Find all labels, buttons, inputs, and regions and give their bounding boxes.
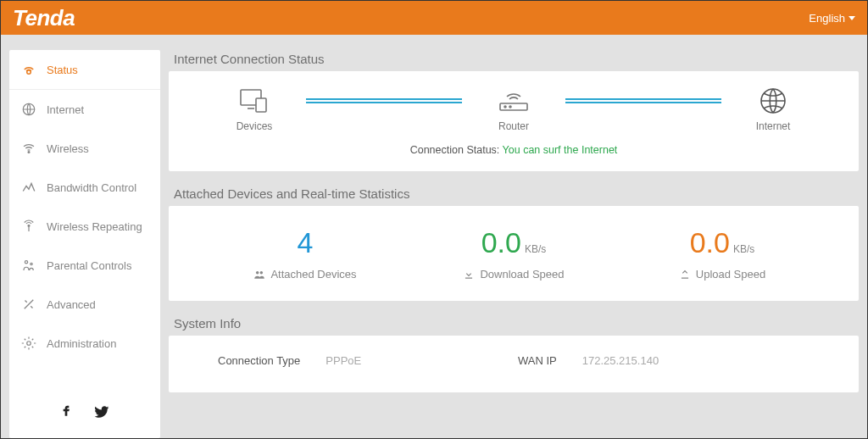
language-label: English — [809, 12, 845, 25]
stat-value: 0.0 — [481, 226, 521, 258]
svg-point-6 — [27, 342, 31, 346]
social-links — [9, 390, 160, 438]
svg-point-5 — [31, 263, 32, 264]
sidebar-item-repeating[interactable]: Wireless Repeating — [9, 207, 160, 246]
chart-line-icon — [21, 180, 36, 195]
users-icon — [253, 269, 265, 281]
sidebar: Status Internet Wireless Bandwidth Contr… — [9, 50, 160, 438]
sidebar-item-label: Parental Controls — [47, 259, 131, 272]
svg-point-11 — [509, 106, 511, 108]
panel-connection-status: Devices Router Internet C — [169, 71, 859, 171]
svg-point-13 — [256, 270, 259, 274]
status-icon — [21, 62, 36, 77]
stat-unit: KB/s — [525, 243, 546, 255]
section-title-connection: Internet Connection Status — [174, 50, 859, 66]
sysinfo-label: Connection Type — [218, 354, 300, 367]
svg-point-10 — [504, 106, 506, 108]
connection-line — [306, 98, 462, 103]
sysinfo-label: WAN IP — [518, 354, 557, 367]
node-router: Router — [467, 86, 560, 132]
tools-icon — [21, 297, 36, 312]
internet-icon — [726, 86, 820, 115]
download-icon — [463, 269, 475, 281]
node-label: Devices — [236, 120, 273, 132]
stat-label: Download Speed — [480, 268, 564, 281]
stat-unit: KB/s — [733, 243, 754, 255]
section-title-stats: Attached Devices and Real-time Statistic… — [174, 185, 859, 201]
sidebar-item-label: Wireless Repeating — [47, 220, 142, 233]
sidebar-item-label: Advanced — [47, 298, 96, 311]
content: Internet Connection Status Devices Route… — [169, 50, 859, 438]
panel-sysinfo: Connection Type PPPoE WAN IP 172.25.215.… — [169, 336, 859, 392]
node-label: Router — [498, 120, 529, 132]
stat-download-speed: 0.0KB/s Download Speed — [429, 226, 598, 281]
stat-upload-speed: 0.0KB/s Upload Speed — [637, 226, 807, 281]
brand-logo: Tenda — [13, 5, 75, 31]
sidebar-item-advanced[interactable]: Advanced — [9, 285, 160, 324]
svg-point-4 — [25, 261, 27, 264]
sidebar-item-administration[interactable]: Administration — [9, 324, 160, 363]
sysinfo-value: 172.25.215.140 — [582, 354, 659, 367]
sidebar-item-label: Bandwidth Control — [47, 181, 136, 194]
node-label: Internet — [756, 120, 791, 132]
status-label: Connection Status: — [410, 144, 500, 156]
upload-icon — [679, 269, 691, 281]
gear-icon — [21, 336, 36, 351]
sidebar-item-wireless[interactable]: Wireless — [9, 129, 160, 168]
status-value: You can surf the Internet — [503, 144, 618, 156]
sidebar-item-bandwidth[interactable]: Bandwidth Control — [9, 168, 160, 207]
stat-label: Upload Speed — [696, 268, 765, 281]
sidebar-item-status[interactable]: Status — [9, 50, 160, 90]
sidebar-item-label: Administration — [47, 337, 116, 350]
sidebar-item-parental[interactable]: Parental Controls — [9, 246, 160, 285]
facebook-icon[interactable] — [59, 403, 73, 425]
svg-point-0 — [27, 70, 31, 75]
chevron-down-icon — [849, 16, 855, 20]
sysinfo-wan-ip: WAN IP 172.25.215.140 — [518, 354, 818, 367]
family-icon — [21, 258, 36, 273]
stat-value: 0.0 — [690, 226, 730, 258]
router-icon — [467, 86, 560, 115]
sidebar-item-label: Wireless — [47, 142, 89, 155]
main-area: Status Internet Wireless Bandwidth Contr… — [1, 35, 867, 438]
twitter-icon[interactable] — [93, 403, 110, 425]
connection-status-text: Connection Status: You can surf the Inte… — [184, 144, 843, 156]
sysinfo-connection-type: Connection Type PPPoE — [218, 354, 518, 367]
node-internet: Internet — [726, 86, 820, 132]
svg-point-3 — [28, 225, 30, 226]
antenna-icon — [21, 219, 36, 234]
sidebar-item-label: Internet — [47, 103, 84, 116]
sidebar-item-internet[interactable]: Internet — [9, 90, 160, 129]
globe-icon — [21, 102, 36, 117]
stat-attached-devices[interactable]: 4 Attached Devices — [220, 226, 390, 281]
stat-label: Attached Devices — [270, 268, 356, 281]
devices-icon — [208, 86, 301, 115]
stat-value: 4 — [298, 226, 314, 258]
svg-point-2 — [28, 152, 30, 153]
sidebar-item-label: Status — [47, 64, 78, 76]
panel-statistics: 4 Attached Devices 0.0KB/s Downlo — [169, 206, 859, 301]
connection-diagram: Devices Router Internet — [184, 83, 843, 137]
node-devices: Devices — [208, 86, 301, 132]
connection-line — [565, 98, 721, 103]
svg-rect-8 — [256, 98, 266, 112]
section-title-sysinfo: System Info — [174, 314, 859, 331]
svg-point-14 — [260, 270, 264, 274]
sysinfo-value: PPPoE — [326, 354, 361, 367]
wifi-icon — [21, 141, 36, 156]
language-selector[interactable]: English — [809, 12, 855, 25]
top-bar: Tenda English — [1, 1, 867, 35]
